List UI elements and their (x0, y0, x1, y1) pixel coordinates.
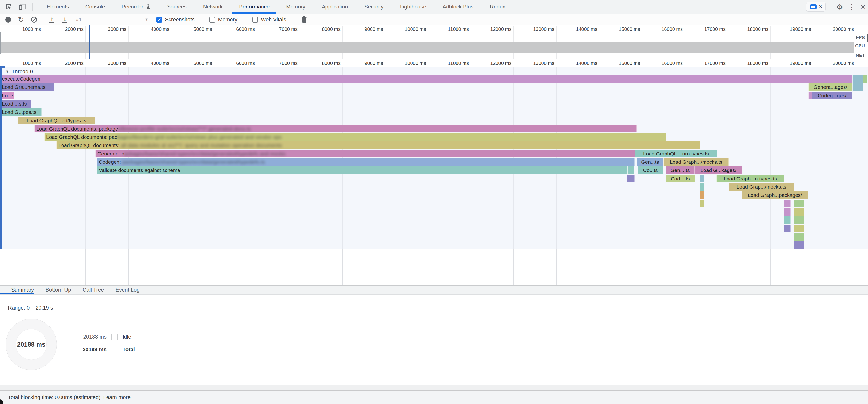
flame-bar-codegen[interactable]: Codegen: packages/basis/shared-types/src… (97, 158, 634, 166)
flame-tick-label: 1000 ms (5, 61, 41, 66)
load-profile-icon[interactable]: ↑ (49, 16, 55, 23)
below-gridline (342, 249, 343, 285)
tab-recorder[interactable]: Recorder (113, 0, 159, 13)
toolbar-checkboxes: ✓ScreenshotsMemoryWeb Vitals (151, 17, 300, 23)
tab-application[interactable]: Application (314, 0, 356, 13)
flame-bar-load-g-kages[interactable]: Load G...kages/ (695, 166, 742, 174)
checkbox-memory[interactable]: Memory (210, 17, 237, 23)
close-devtools-icon[interactable]: × (861, 3, 866, 10)
flame-chart[interactable]: 1000 ms2000 ms3000 ms4000 ms5000 ms6000 … (0, 59, 868, 249)
flame-bar[interactable] (784, 216, 791, 224)
flame-bar[interactable] (627, 166, 634, 174)
flame-bar[interactable] (863, 75, 867, 83)
clear-recording-icon[interactable] (31, 16, 37, 23)
flame-bar-executecodegen[interactable]: executeCodegen (0, 75, 852, 83)
checkbox-checked-icon[interactable]: ✓ (156, 17, 162, 23)
flame-bar-gen-ts[interactable]: Gen....ts (665, 166, 694, 174)
flame-bar[interactable] (794, 200, 804, 207)
thread-header[interactable]: ▼ Thread 0 (5, 68, 33, 75)
flame-bar-label: Load GraphQL ...urn-types.ts (643, 151, 709, 156)
tab-console[interactable]: Console (77, 0, 113, 13)
flame-bar-generate-p[interactable]: Generate: packages/basis/shared-types/sr… (95, 150, 635, 157)
flame-bar-load-graphql-documents-package[interactable]: Load GraphQL documents: packages/breeze-… (34, 125, 637, 132)
flame-bar[interactable] (627, 175, 634, 182)
flame-bar[interactable] (852, 83, 863, 91)
save-profile-icon[interactable]: ↓ (62, 16, 68, 23)
tab-sources[interactable]: Sources (159, 0, 195, 13)
flame-bar-load-graphql-documents[interactable]: Load GraphQL documents: all data modules… (56, 142, 701, 149)
inspect-element-icon[interactable] (5, 3, 12, 10)
tab-security[interactable]: Security (356, 0, 392, 13)
settings-gear-icon[interactable]: ⚙ (837, 3, 843, 11)
flame-tick-label: 15000 ms (604, 61, 640, 66)
flame-bar-load-s-ts[interactable]: Load ...s.ts (0, 100, 31, 107)
flame-bar-load-graphql-documents-pac[interactable]: Load GraphQL documents: packages/liborde… (44, 133, 666, 141)
flame-bar-load-graph-mocks-ts[interactable]: Load Graph.../mocks.ts (663, 158, 729, 166)
checkbox-screenshots[interactable]: ✓Screenshots (156, 17, 194, 23)
flame-bar[interactable] (700, 200, 704, 207)
flame-bar-gen-ts[interactable]: Gen...ts (637, 158, 663, 166)
device-toolbar-icon[interactable] (19, 3, 26, 10)
reload-and-record-icon[interactable]: ↻ (18, 16, 24, 23)
track-selection-bracket (0, 67, 2, 249)
flame-bar-cod-ts[interactable]: Cod....ts (665, 175, 695, 182)
overview-tick-label: 10000 ms (390, 26, 426, 32)
flame-bar-load-grap-mocks-ts[interactable]: Load Grap.../mocks.ts (729, 183, 794, 191)
flame-bar[interactable] (794, 208, 804, 216)
flame-tick-label: 16000 ms (646, 61, 683, 66)
details-tab-summary[interactable]: Summary (11, 287, 34, 293)
record-button[interactable] (5, 17, 11, 23)
flame-bar[interactable] (794, 233, 804, 241)
flame-bar-load-gra-hema-ts[interactable]: Load Gra...hema.ts (0, 83, 55, 91)
tab-memory[interactable]: Memory (278, 0, 313, 13)
flame-bar-co-ts[interactable]: Co...ts (638, 166, 663, 174)
flame-bar-genera-ages[interactable]: Genera...ages/ (808, 83, 852, 91)
console-messages-button[interactable]: 3 (806, 2, 826, 12)
checkbox-web-vitals[interactable]: Web Vitals (252, 17, 286, 23)
learn-more-link[interactable]: Learn more (103, 394, 131, 401)
flame-bar-load-graph-packages[interactable]: Load Graph...packages/ (742, 191, 808, 199)
details-tab-call-tree[interactable]: Call Tree (82, 287, 104, 293)
checkbox-label: Memory (218, 17, 237, 23)
tab-adblock-plus[interactable]: Adblock Plus (434, 0, 482, 13)
timeline-overview[interactable]: 1000 ms2000 ms3000 ms4000 ms5000 ms6000 … (0, 25, 868, 60)
total-blocking-time-text: Total blocking time: 0.00ms (estimated) (8, 394, 100, 401)
overview-scrollbar-left[interactable] (0, 32, 1, 55)
flame-bar[interactable] (700, 175, 704, 182)
checkbox-label: Web Vitals (261, 17, 286, 23)
more-options-icon[interactable]: ⋮ (848, 3, 855, 11)
checkbox-unchecked-icon[interactable] (252, 17, 258, 23)
flame-bar[interactable] (852, 75, 863, 83)
tab-redux[interactable]: Redux (482, 0, 514, 13)
flame-tick-label: 6000 ms (218, 61, 255, 66)
trash-icon[interactable] (301, 16, 307, 23)
overview-tick-label: 16000 ms (646, 26, 683, 32)
performance-toolbar: ↻ ↑ ↓ #1 ▼ ✓ScreenshotsMemoryWeb Vitals (0, 14, 868, 26)
flame-bar[interactable] (794, 241, 804, 249)
flame-bar[interactable] (700, 183, 704, 191)
flame-bar-validate-documents-against-schema[interactable]: Validate documents against schema (97, 166, 627, 174)
flame-bar-codeg-ges[interactable]: Codeg...ges/ (812, 92, 852, 99)
below-gridline (813, 249, 813, 285)
flame-bar-load-g-pes-ts[interactable]: Load G...pes.ts (0, 108, 42, 116)
tab-lighthouse[interactable]: Lighthouse (392, 0, 434, 13)
flame-bar-lo-s[interactable]: Lo...s (0, 92, 14, 99)
flame-bar[interactable] (700, 191, 704, 199)
tab-elements[interactable]: Elements (38, 0, 77, 13)
details-tab-bottom-up[interactable]: Bottom-Up (45, 287, 71, 293)
tab-network[interactable]: Network (195, 0, 231, 13)
flame-bar-load-graph-n-types-ts[interactable]: Load Graph...n-types.ts (716, 175, 784, 182)
flame-bar[interactable] (784, 200, 791, 207)
checkbox-unchecked-icon[interactable] (210, 17, 215, 23)
flame-bar[interactable] (784, 208, 791, 216)
overview-scrollbar-right[interactable] (867, 34, 868, 42)
console-message-icon (810, 4, 817, 9)
flame-bar[interactable] (794, 224, 804, 232)
tab-performance[interactable]: Performance (231, 0, 278, 13)
flame-bar-load-graphq-ed-types-ts[interactable]: Load GraphQ...ed/types.ts (18, 117, 95, 124)
flame-bar[interactable] (784, 224, 791, 232)
details-tab-event-log[interactable]: Event Log (115, 287, 140, 293)
flame-bar[interactable] (794, 216, 804, 224)
flame-bar-load-graphql-urn-types-ts[interactable]: Load GraphQL ...urn-types.ts (635, 150, 717, 157)
history-select[interactable]: #1 ▼ (73, 17, 151, 23)
